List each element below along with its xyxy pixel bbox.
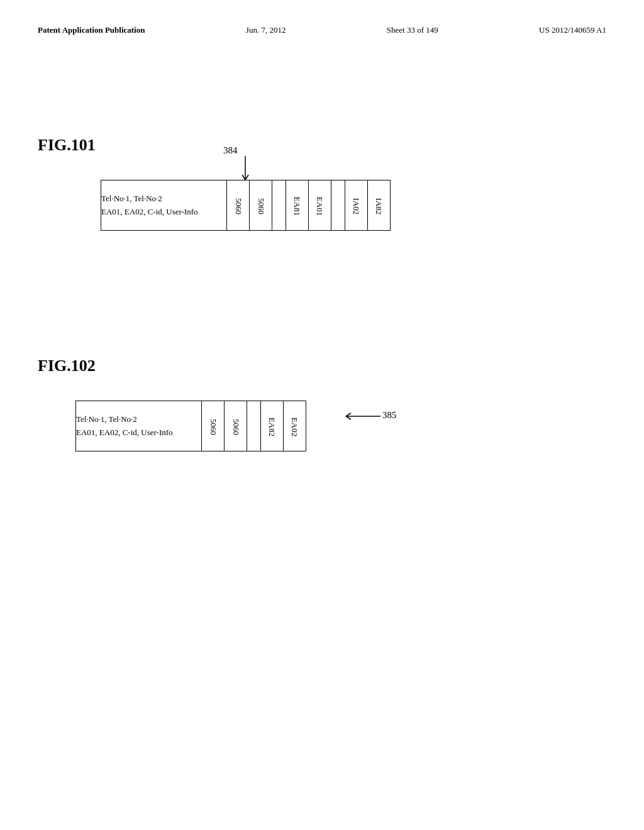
fig101-section: FIG.101 384 Tel·No·1, Tel·No·2 EA01, EA0… [38, 136, 606, 231]
fig101-col-ia82: IA82 [368, 180, 391, 231]
fig102-title: FIG.102 [38, 357, 606, 375]
fig101-diagram: 384 Tel·No·1, Tel·No·2 EA01, EA02, C-id,… [101, 180, 606, 231]
fig101-col-ea81: EA81 [286, 180, 309, 231]
fig102-line2: EA01, EA02, C-id, User-Info [76, 426, 201, 440]
fig101-col-5060b: 5060 [250, 180, 272, 231]
header-date: Jun. 7, 2012 [246, 25, 286, 35]
fig101-gap2 [331, 180, 345, 231]
fig102-left-cell: Tel·No·1, Tel·No·2 EA01, EA02, C-id, Use… [76, 401, 202, 451]
fig101-table: Tel·No·1, Tel·No·2 EA01, EA02, C-id, Use… [101, 180, 391, 231]
fig102-line1: Tel·No·1, Tel·No·2 [76, 413, 201, 426]
fig101-line2: EA01, EA02, C-id, User-Info [101, 206, 226, 219]
fig102-gap1 [247, 401, 261, 451]
header-patent-number: US 2012/140659 A1 [539, 25, 606, 35]
fig102-col-ea82: EA82 [261, 401, 284, 451]
fig102-col-5060a: 5060 [202, 401, 225, 451]
ref-385-label: 385 [346, 407, 396, 428]
fig101-col-ia02: IA02 [345, 180, 368, 231]
ref-384-label: 384 [223, 145, 238, 156]
fig102-diagram: Tel·No·1, Tel·No·2 EA01, EA02, C-id, Use… [75, 401, 606, 451]
fig102-col-5060b: 5060 [225, 401, 247, 451]
fig101-line1: Tel·No·1, Tel·No·2 [101, 192, 226, 206]
fig101-left-cell: Tel·No·1, Tel·No·2 EA01, EA02, C-id, Use… [101, 180, 227, 231]
header-sheet: Sheet 33 of 149 [387, 25, 438, 35]
header-publication-label: Patent Application Publication [38, 25, 145, 35]
fig101-title: FIG.101 [38, 136, 606, 155]
page-header: Patent Application Publication Jun. 7, 2… [38, 25, 606, 35]
page: Patent Application Publication Jun. 7, 2… [0, 0, 644, 830]
fig102-col-ea02: EA02 [284, 401, 306, 451]
fig101-col-5060a: 5060 [227, 180, 250, 231]
fig102-table: Tel·No·1, Tel·No·2 EA01, EA02, C-id, Use… [75, 401, 306, 451]
fig101-col-ea01: EA01 [309, 180, 331, 231]
fig102-section: FIG.102 Tel·No·1, Tel·No·2 EA01, EA02, C… [38, 357, 606, 451]
fig101-gap1 [272, 180, 286, 231]
